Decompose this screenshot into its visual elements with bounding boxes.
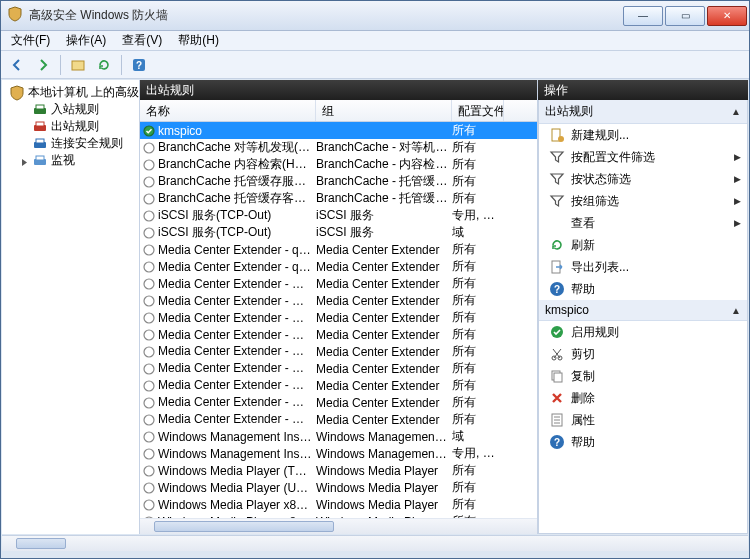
toolbar-help-icon[interactable]: ? xyxy=(127,54,151,76)
action-item[interactable]: 新建规则... xyxy=(539,124,747,146)
rule-row[interactable]: Media Center Extender - SSDP (UDP-...Med… xyxy=(140,292,537,309)
rule-row[interactable]: Windows Media Player (TCP-Out)Windows Me… xyxy=(140,462,537,479)
nav-forward-button[interactable] xyxy=(31,54,55,76)
tree-root[interactable]: 本地计算机 上的高级安全 Win xyxy=(2,84,139,101)
svg-text:?: ? xyxy=(136,60,142,71)
action-item[interactable]: 按状态筛选▶ xyxy=(539,168,747,190)
rule-row[interactable]: Windows Media Player (UDP-Out)Windows Me… xyxy=(140,479,537,496)
rule-row[interactable]: iSCSI 服务(TCP-Out)iSCSI 服务专用, 公... xyxy=(140,207,537,224)
rule-status-icon xyxy=(140,210,158,222)
rule-config: 所有 xyxy=(452,496,504,513)
action-item[interactable]: 查看▶ xyxy=(539,212,747,234)
close-button[interactable]: ✕ xyxy=(707,6,747,26)
action-item[interactable]: 属性 xyxy=(539,409,747,431)
titlebar[interactable]: 高级安全 Windows 防火墙 — ▭ ✕ xyxy=(1,1,749,31)
action-item[interactable]: 剪切 xyxy=(539,343,747,365)
actions-section-selected[interactable]: kmspico ▲ xyxy=(539,300,747,321)
menubar: 文件(F)操作(A)查看(V)帮助(H) xyxy=(1,31,749,51)
rule-row[interactable]: iSCSI 服务(TCP-Out)iSCSI 服务域 xyxy=(140,224,537,241)
action-item[interactable]: 复制 xyxy=(539,365,747,387)
rules-list[interactable]: 名称 组 配置文件 kmspico所有BranchCache 对等机发现(WSD… xyxy=(140,100,537,534)
rule-group: Windows Management In... xyxy=(316,447,452,461)
rule-status-icon xyxy=(140,295,158,307)
rule-row[interactable]: Windows Management Instrumentati...Windo… xyxy=(140,445,537,462)
rule-row[interactable]: Media Center Extender - qWave (UD...Medi… xyxy=(140,258,537,275)
rule-row[interactable]: Media Center Extender - 设备配置(TC...Media … xyxy=(140,394,537,411)
menu-item[interactable]: 帮助(H) xyxy=(172,30,225,51)
action-item[interactable]: 导出列表... xyxy=(539,256,747,278)
svg-point-26 xyxy=(144,381,154,391)
tree-item[interactable]: 出站规则 xyxy=(2,118,139,135)
chevron-up-icon: ▲ xyxy=(731,305,741,316)
rule-group: Media Center Extender xyxy=(316,277,452,291)
action-item[interactable]: 刷新 xyxy=(539,234,747,256)
action-item[interactable]: 按组筛选▶ xyxy=(539,190,747,212)
rule-status-icon xyxy=(140,142,158,154)
rule-row[interactable]: Media Center Extender - 媒体流(TCP-...Media… xyxy=(140,360,537,377)
tree-item[interactable]: 连接安全规则 xyxy=(2,135,139,152)
rule-row[interactable]: Media Center Extender - 设备验证(TC...Media … xyxy=(140,411,537,428)
menu-item[interactable]: 文件(F) xyxy=(5,30,56,51)
maximize-button[interactable]: ▭ xyxy=(665,6,705,26)
shield-icon xyxy=(9,85,25,101)
rule-row[interactable]: Windows Media Player x86 (TCP-Out)Window… xyxy=(140,496,537,513)
toolbar-refresh-icon[interactable] xyxy=(92,54,116,76)
tree-expand-icon[interactable] xyxy=(20,156,29,165)
rule-status-icon xyxy=(140,159,158,171)
tree-item[interactable]: 监视 xyxy=(2,152,139,169)
action-item[interactable]: ?帮助 xyxy=(539,278,747,300)
action-item[interactable]: 删除 xyxy=(539,387,747,409)
scroll-thumb[interactable] xyxy=(16,538,66,549)
column-config[interactable]: 配置文件 xyxy=(452,100,504,121)
rule-row[interactable]: kmspico所有 xyxy=(140,122,537,139)
rule-row[interactable]: Media Center Extender - 服务(TCP-O...Media… xyxy=(140,343,537,360)
action-item[interactable]: 按配置文件筛选▶ xyxy=(539,146,747,168)
svg-point-16 xyxy=(144,211,154,221)
rule-name: Media Center Extender - 设备配置(TC... xyxy=(158,394,316,411)
rule-config: 所有 xyxy=(452,292,504,309)
rule-row[interactable]: BranchCache 对等机发现(WSD-Out)BranchCache - … xyxy=(140,139,537,156)
tree-item[interactable]: 入站规则 xyxy=(2,101,139,118)
rule-status-icon xyxy=(140,482,158,494)
app-icon xyxy=(7,6,23,25)
menu-item[interactable]: 查看(V) xyxy=(116,30,168,51)
nav-back-button[interactable] xyxy=(5,54,29,76)
rule-row[interactable]: BranchCache 内容检索(HTTP-Out)BranchCache - … xyxy=(140,156,537,173)
rule-row[interactable]: Media Center Extender - qWave (TCP-...Me… xyxy=(140,241,537,258)
delete-icon xyxy=(549,390,565,406)
svg-point-23 xyxy=(144,330,154,340)
rule-row[interactable]: BranchCache 托管缓存客户端(HTTP-O...BranchCache… xyxy=(140,190,537,207)
window-hscrollbar[interactable] xyxy=(2,535,748,551)
rule-name: iSCSI 服务(TCP-Out) xyxy=(158,207,316,224)
column-group[interactable]: 组 xyxy=(316,100,452,121)
column-name[interactable]: 名称 xyxy=(140,100,316,121)
nav-tree[interactable]: 本地计算机 上的高级安全 Win 入站规则出站规则连接安全规则监视 xyxy=(2,80,140,534)
svg-rect-0 xyxy=(72,61,84,70)
rule-group: Media Center Extender xyxy=(316,328,452,342)
rule-row[interactable]: Media Center Extender - UPnP (TCP-...Med… xyxy=(140,309,537,326)
list-hscrollbar[interactable] xyxy=(140,518,537,534)
action-item[interactable]: 启用规则 xyxy=(539,321,747,343)
rule-row[interactable]: Windows Management Instrumentati...Windo… xyxy=(140,428,537,445)
action-item[interactable]: ?帮助 xyxy=(539,431,747,453)
rule-config: 所有 xyxy=(452,173,504,190)
menu-item[interactable]: 操作(A) xyxy=(60,30,112,51)
rule-row[interactable]: Media Center Extender - 媒体流(UDP-...Media… xyxy=(140,377,537,394)
actions-section-outbound[interactable]: 出站规则 ▲ xyxy=(539,100,747,124)
rule-status-icon xyxy=(140,193,158,205)
rule-row[interactable]: Media Center Extender - WMDRM-N...Media … xyxy=(140,326,537,343)
svg-point-13 xyxy=(144,160,154,170)
svg-point-17 xyxy=(144,228,154,238)
scroll-thumb[interactable] xyxy=(154,521,334,532)
rule-status-icon xyxy=(140,329,158,341)
minimize-button[interactable]: — xyxy=(623,6,663,26)
svg-point-30 xyxy=(144,449,154,459)
rule-config: 所有 xyxy=(452,360,504,377)
rule-row[interactable]: BranchCache 托管缓存服务器(HTTP-O...BranchCache… xyxy=(140,173,537,190)
rule-config: 所有 xyxy=(452,190,504,207)
toolbar-folder-icon[interactable] xyxy=(66,54,90,76)
rule-row[interactable]: Media Center Extender - RTSP (TCP-...Med… xyxy=(140,275,537,292)
rule-status-icon xyxy=(140,499,158,511)
rules-list-header[interactable]: 名称 组 配置文件 xyxy=(140,100,537,122)
rule-name: Windows Media Player (UDP-Out) xyxy=(158,481,316,495)
